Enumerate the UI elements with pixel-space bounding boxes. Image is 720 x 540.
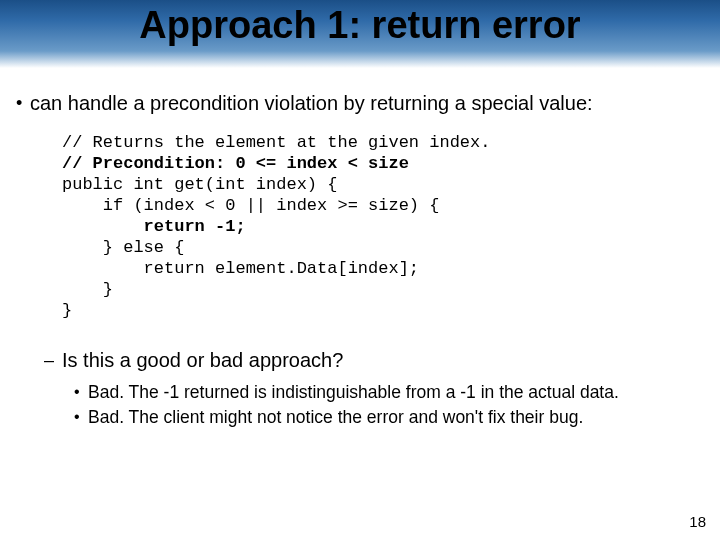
title-bar: Approach 1: return error (0, 0, 720, 68)
dash-icon (44, 347, 62, 373)
bullet-level3: Bad. The -1 returned is indistinguishabl… (74, 381, 708, 403)
code-line: // Precondition: 0 <= index < size (62, 154, 409, 173)
slide-title: Approach 1: return error (139, 4, 580, 47)
bullet-text: Is this a good or bad approach? (62, 347, 343, 373)
bullet-icon (16, 90, 30, 116)
bullet-text: can handle a precondition violation by r… (30, 90, 593, 116)
bullet-level2: Is this a good or bad approach? (44, 347, 708, 373)
bullet-level1: can handle a precondition violation by r… (16, 90, 708, 116)
page-number: 18 (689, 513, 706, 530)
slide: Approach 1: return error can handle a pr… (0, 0, 720, 540)
code-line: } (62, 301, 72, 320)
code-line: return -1; (62, 217, 246, 236)
code-line: // Returns the element at the given inde… (62, 133, 490, 152)
bullet-text: Bad. The client might not notice the err… (88, 406, 583, 428)
bullet-level3: Bad. The client might not notice the err… (74, 406, 708, 428)
code-line: } (62, 280, 113, 299)
bullet-icon (74, 381, 88, 403)
bullet-level3-group: Bad. The -1 returned is indistinguishabl… (74, 381, 708, 428)
bullet-text: Bad. The -1 returned is indistinguishabl… (88, 381, 619, 403)
code-block: // Returns the element at the given inde… (62, 132, 708, 321)
slide-body: can handle a precondition violation by r… (0, 68, 720, 428)
code-line: if (index < 0 || index >= size) { (62, 196, 439, 215)
code-line: public int get(int index) { (62, 175, 337, 194)
code-line: return element.Data[index]; (62, 259, 419, 278)
bullet-icon (74, 406, 88, 428)
code-line: } else { (62, 238, 184, 257)
